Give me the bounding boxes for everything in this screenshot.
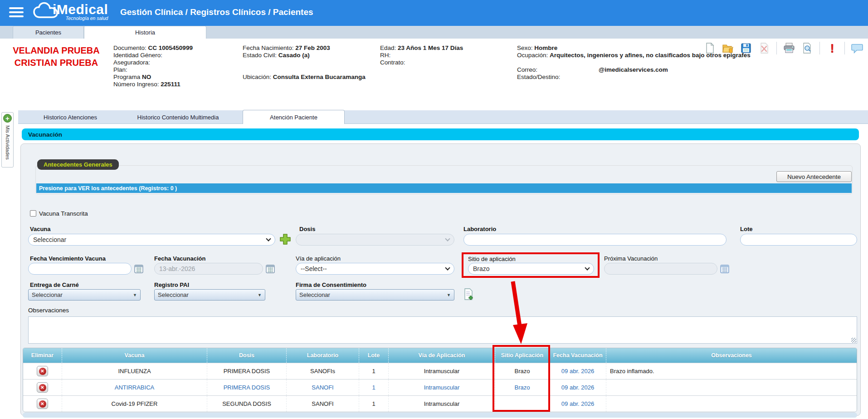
vacuna-select[interactable]: Seleccionar (28, 234, 275, 246)
ver-antecedentes-bar[interactable]: Presione para VER los antecedentes (Regi… (36, 183, 852, 193)
record-toolbar: ! (704, 41, 863, 55)
toolbar-divider (776, 42, 777, 54)
vacuna-transcrita-checkbox[interactable] (30, 210, 36, 217)
sitio-aplicacion-label: Sitio de aplicación (468, 256, 516, 262)
antecedentes-badge[interactable]: Antecedentes Generales (37, 159, 119, 170)
patient-info-col3: Edad: 23 Años 1 Mes 17 Días RH: Contrato… (380, 44, 463, 66)
horizontal-scrollbar[interactable] (23, 413, 857, 418)
fecha-vencimiento-label: Fecha Vencimiento Vacuna (30, 255, 106, 262)
calendar-icon[interactable] (134, 264, 143, 273)
delete-row-button[interactable]: ✕ (37, 366, 48, 376)
toolbar-divider (819, 42, 820, 54)
chevron-down-icon (585, 265, 590, 270)
subtab-atencion-paciente[interactable]: Atención Paciente (243, 110, 345, 124)
entrega-carne-label: Entrega de Carné (30, 281, 79, 288)
section-title: Vacunación (28, 131, 62, 138)
logo-title: iMedical (53, 3, 108, 16)
subtab-historico-atenciones[interactable]: Historico Atenciones (27, 110, 113, 124)
tab-pacientes-label: Pacientes (35, 29, 61, 36)
via-aplicacion-select[interactable]: --Select-- (296, 263, 454, 275)
calendar-icon[interactable] (720, 264, 729, 273)
mis-actividades-label: Mis Actividades (5, 125, 10, 160)
delete-row-button[interactable]: ✕ (37, 382, 48, 393)
print-icon[interactable] (783, 42, 795, 54)
add-vacuna-icon[interactable] (279, 233, 291, 246)
breadcrumb: Gestión Clínica / Registros Clínicos / P… (120, 7, 313, 17)
firma-consentimiento-select[interactable]: Seleccionar▼ (296, 289, 454, 301)
patient-name: VELANDIA PRUEBA CRISTIAN PRUEBA (3, 44, 110, 69)
observaciones-textarea[interactable] (28, 316, 857, 344)
nuevo-antecedente-button[interactable]: Nuevo Antecedente (776, 171, 852, 182)
dosis-label: Dosis (299, 226, 315, 232)
alert-icon[interactable]: ! (826, 42, 838, 54)
patient-destino-label: Estado/Destino: (517, 74, 560, 81)
col-observaciones[interactable]: Observaciones (606, 348, 857, 363)
consent-document-icon[interactable] (463, 288, 473, 301)
toolbar-divider (844, 42, 845, 54)
observaciones-label: Observaciones (28, 307, 69, 314)
firma-consentimiento-label: Firma de Consentimiento (296, 281, 366, 288)
patient-info-col2: Fecha Nacimiento: 27 Feb 2003 Estado Civ… (243, 44, 330, 59)
dropdown-arrow-icon: ▼ (447, 293, 451, 297)
delete-record-icon[interactable] (758, 42, 770, 54)
col-laboratorio[interactable]: Laboratorio (286, 348, 359, 363)
open-folder-icon[interactable] (722, 42, 734, 54)
preview-icon[interactable] (801, 42, 813, 54)
lote-label: Lote (740, 226, 752, 232)
mis-actividades-widget: + Mis Actividades (1, 112, 14, 168)
registro-pai-select[interactable]: Seleccionar▼ (154, 289, 265, 301)
comment-icon[interactable] (851, 42, 863, 54)
dosis-select[interactable] (296, 234, 454, 246)
col-lote[interactable]: Lote (359, 348, 388, 363)
resize-grip[interactable] (851, 338, 856, 343)
col-eliminar[interactable]: Eliminar (23, 348, 62, 363)
vacunas-table: Eliminar Vacuna Dosis Laboratorio Lote V… (23, 348, 857, 412)
delete-x-icon: ✕ (39, 368, 46, 375)
new-document-icon[interactable] (704, 42, 716, 54)
fecha-vacunacion-label: Fecha Vacunación (154, 255, 205, 262)
table-row[interactable]: ✕ Covid-19 PFIZER SEGUNDA DOSIS SANOFI 1… (23, 395, 857, 412)
patient-ubicacion: Ubicación: Consulta Externa Bucaramanga (243, 74, 366, 81)
fecha-vencimiento-input[interactable] (28, 263, 132, 275)
proxima-vacunacion-input[interactable] (604, 263, 717, 275)
lote-input[interactable] (740, 234, 857, 246)
table-row[interactable]: ✕ ANTIRRABICA PRIMERA DOSIS SANOFI 1 Int… (23, 379, 857, 395)
col-fecha-vacunacion[interactable]: Fecha Vacunación (549, 348, 606, 363)
calendar-icon[interactable] (266, 264, 275, 273)
patient-correo-label: Correo: (517, 66, 537, 74)
col-sitio-aplicacion[interactable]: Sitio Aplicación (495, 348, 549, 363)
tab-historia[interactable]: Historia (84, 26, 206, 39)
section-title-bar: Vacunación (22, 128, 859, 140)
entrega-carne-select[interactable]: Seleccionar▼ (28, 289, 141, 301)
menu-icon[interactable] (9, 7, 24, 18)
imedical-app: iMedical Tecnología en salud Gestión Clí… (0, 0, 868, 419)
laboratorio-label: Laboratorio (463, 226, 496, 232)
table-header-row: Eliminar Vacuna Dosis Laboratorio Lote V… (23, 348, 857, 363)
dropdown-arrow-icon: ▼ (133, 293, 137, 297)
registro-pai-label: Registro PAI (154, 281, 189, 288)
add-activity-icon[interactable]: + (3, 114, 12, 123)
sitio-aplicacion-select[interactable]: Brazo (468, 263, 594, 275)
chevron-down-icon (445, 265, 450, 270)
patient-info-col1: Documento: CC 1005450999 Identidad Géner… (113, 44, 193, 88)
vacuna-transcrita-label: Vacuna Transcrita (39, 210, 88, 217)
app-logo: iMedical Tecnología en salud (33, 2, 108, 22)
table-row[interactable]: ✕ INFLUENZA PRIMERA DOSIS SANOFIs 1 Intr… (23, 363, 857, 379)
patient-correo-value: @imedicalservices.com (599, 66, 668, 74)
subtab-historico-multimedia[interactable]: Historico Contenido Multimedia (113, 110, 243, 124)
save-icon[interactable] (740, 42, 752, 54)
chevron-down-icon (445, 236, 450, 241)
tab-pacientes[interactable]: Pacientes (13, 26, 84, 39)
delete-x-icon: ✕ (39, 384, 46, 391)
tab-historia-label: Historia (135, 29, 155, 36)
col-dosis[interactable]: Dosis (207, 348, 286, 363)
col-via-aplicacion[interactable]: Vía de Aplicación (388, 348, 495, 363)
laboratorio-input[interactable] (463, 234, 727, 246)
delete-row-button[interactable]: ✕ (37, 399, 48, 409)
dropdown-arrow-icon: ▼ (258, 293, 262, 297)
fecha-vacunacion-input[interactable]: 13-abr.-2026 (154, 263, 263, 275)
col-vacuna[interactable]: Vacuna (62, 348, 207, 363)
vacuna-label: Vacuna (30, 226, 51, 232)
toolbar-icon-row: ! (704, 42, 863, 54)
delete-x-icon: ✕ (39, 400, 46, 408)
